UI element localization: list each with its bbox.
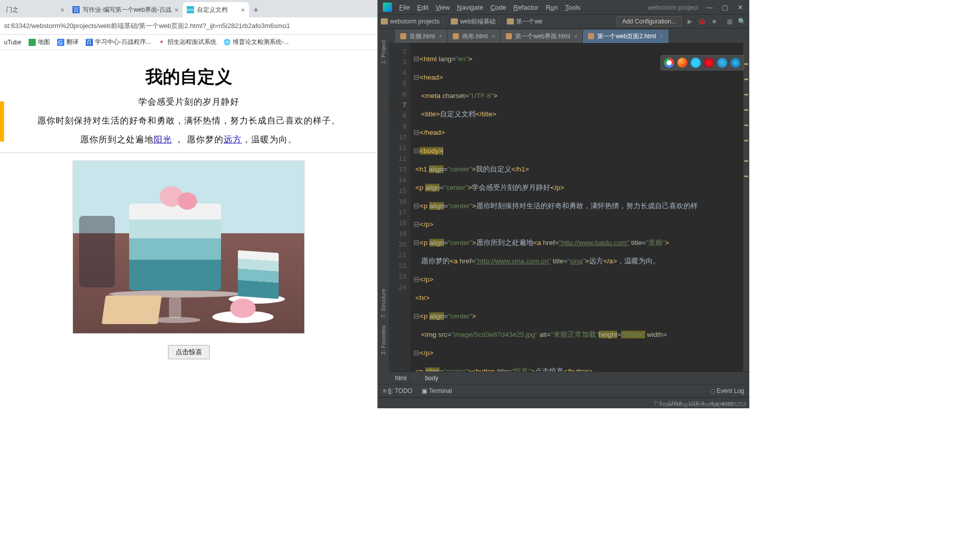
open-in-browser-toolbar xyxy=(660,55,744,70)
event-log-button[interactable]: ◌ Event Log xyxy=(710,387,744,395)
scrollbar-thumb[interactable] xyxy=(0,101,4,142)
tab-title: 自定义文档 xyxy=(197,6,228,14)
menu-edit[interactable]: Edit xyxy=(417,4,428,11)
close-icon[interactable]: × xyxy=(492,33,495,39)
bookmark[interactable]: 🌐维普论文检测系统-... xyxy=(224,38,289,46)
editor-tab[interactable]: 音频.html× xyxy=(395,30,448,43)
project-tool-button[interactable]: 1: Project xyxy=(380,40,386,64)
html-file-icon xyxy=(453,33,459,39)
html-file-icon xyxy=(588,33,594,39)
stop-icon[interactable]: ■ xyxy=(709,17,719,26)
layout-icon[interactable]: ▦ xyxy=(725,17,734,26)
chrome-icon[interactable] xyxy=(664,58,674,68)
debug-icon[interactable]: 🐞 xyxy=(697,17,706,26)
tab-title: 写作业-编写第一个web界面-百战 xyxy=(83,6,172,14)
terminal-tool-button[interactable]: ▣ Terminal xyxy=(422,387,452,395)
edge-icon[interactable] xyxy=(730,58,741,68)
folder-icon xyxy=(451,18,458,24)
safari-icon[interactable] xyxy=(691,58,701,68)
page-content: 我的自定义 学会感受片刻的岁月静好 愿你时刻保持对生活的好奇和勇敢，满怀热情，努… xyxy=(0,50,377,408)
add-configuration-button[interactable]: Add Configuration... xyxy=(617,16,682,27)
minimize-icon[interactable]: — xyxy=(705,4,714,11)
link-faraway[interactable]: 远方 xyxy=(224,135,242,144)
favorites-tool-button[interactable]: 2: Favorites xyxy=(380,325,386,354)
browser-tab[interactable]: 门之 × xyxy=(2,2,68,17)
divider xyxy=(0,153,377,153)
tab-title: 门之 xyxy=(6,6,18,14)
bookmark[interactable]: G翻译 xyxy=(57,38,79,46)
close-icon[interactable]: ✕ xyxy=(736,4,744,11)
browser-tab[interactable]: 百 写作业-编写第一个web界面-百战 × xyxy=(68,2,183,17)
editor-tab[interactable]: 第一个web界面.html× xyxy=(501,30,583,43)
bookmark[interactable]: ✦招生远程面试系统 xyxy=(158,38,216,46)
bookmarks-bar: uTube 地图 G翻译 百学习中心-百战程序... ✦招生远程面试系统 🌐维普… xyxy=(0,35,377,50)
close-icon[interactable]: × xyxy=(175,6,179,14)
menu-view[interactable]: View xyxy=(435,4,450,11)
close-icon[interactable]: × xyxy=(60,6,64,14)
close-icon[interactable]: × xyxy=(439,33,442,39)
editor-breadcrumb-bar: html 〉 body xyxy=(389,372,749,384)
browser-tabstrip: 门之 × 百 写作业-编写第一个web界面-百战 × WS 自定义文档 × + xyxy=(0,0,377,17)
favicon-icon: 百 xyxy=(72,6,80,13)
bookmark[interactable]: 百学习中心-百战程序... xyxy=(86,38,151,46)
folder-icon xyxy=(507,18,514,24)
ide-menubar: File Edit View Navigate Code Refactor Ru… xyxy=(378,0,749,14)
menu-run[interactable]: Run xyxy=(546,4,558,11)
page-paragraph: 愿你时刻保持对生活的好奇和勇敢，满怀热情，努力长成自己喜欢的样子。 xyxy=(0,115,377,127)
cake-image xyxy=(72,160,305,334)
menu-navigate[interactable]: Navigate xyxy=(457,4,483,11)
browser-window: 门之 × 百 写作业-编写第一个web界面-百战 × WS 自定义文档 × + … xyxy=(0,0,378,408)
menu-refactor[interactable]: Refactor xyxy=(513,4,538,11)
editor-tab-active[interactable]: 第一个web页面2.html× xyxy=(583,30,669,43)
favicon-icon: WS xyxy=(187,6,194,13)
close-icon[interactable]: × xyxy=(660,33,663,39)
address-bar[interactable]: st:63342/webstorm%20projects/web前端基础/第一个… xyxy=(0,17,377,35)
menu-code[interactable]: Code xyxy=(491,4,506,11)
folder-icon xyxy=(381,18,388,24)
breadcrumb[interactable]: web前端基础〉 xyxy=(451,17,504,26)
map-icon xyxy=(29,39,36,46)
opera-icon[interactable] xyxy=(704,58,714,68)
bookmark[interactable]: 地图 xyxy=(29,38,50,46)
maximize-icon[interactable]: ▢ xyxy=(721,4,729,11)
menu-tools[interactable]: Tools xyxy=(565,4,580,11)
link-sunshine[interactable]: 阳光 xyxy=(154,135,172,144)
editor-tabs: 音频.html× 画布.html× 第一个web界面.html× 第一个web页… xyxy=(389,29,749,43)
site-icon: 百 xyxy=(86,39,93,46)
ide-window: File Edit View Navigate Code Refactor Ru… xyxy=(378,0,749,408)
ide-status-bar: 7:7 CRLF UTF-8 4 spaces https://blog.csd… xyxy=(378,397,749,408)
watermark-text: https://blog.csdn.net/qq_41026253 xyxy=(660,401,746,407)
bookmark[interactable]: uTube xyxy=(4,39,21,46)
globe-icon: 🌐 xyxy=(224,39,231,46)
site-icon: ✦ xyxy=(158,39,165,46)
run-icon[interactable]: ▶ xyxy=(685,17,694,26)
project-name: webstorm project xyxy=(648,4,698,11)
code-area[interactable]: ⊟<html lang="en"> ⊟<head> <meta charset=… xyxy=(410,43,749,372)
editor-marker-bar[interactable] xyxy=(743,43,749,372)
firefox-icon[interactable] xyxy=(677,58,688,68)
page-paragraph: 学会感受片刻的岁月静好 xyxy=(0,96,377,108)
html-file-icon xyxy=(400,33,406,39)
breadcrumb[interactable]: 第一个we xyxy=(507,17,542,26)
search-icon[interactable]: 🔍 xyxy=(737,17,746,26)
structure-tool-button[interactable]: 7: Structure xyxy=(380,289,386,318)
breadcrumb-node[interactable]: html xyxy=(395,375,407,382)
breadcrumb[interactable]: webstorm projects〉 xyxy=(381,17,448,26)
todo-tool-button[interactable]: ≡ 6: TODO xyxy=(383,387,412,395)
tool-gutter-left: 1: Project 7: Structure 2: Favorites xyxy=(378,29,389,384)
surprise-button[interactable]: 点击惊喜 xyxy=(168,345,210,359)
page-heading: 我的自定义 xyxy=(0,65,377,89)
editor-tab[interactable]: 画布.html× xyxy=(448,30,500,43)
breadcrumb-node[interactable]: body xyxy=(425,375,438,382)
browser-tab-active[interactable]: WS 自定义文档 × xyxy=(183,2,249,17)
ide-navbar: webstorm projects〉 web前端基础〉 第一个we Add Co… xyxy=(378,14,749,29)
code-editor[interactable]: 23456 7 89101112131415161718192021222324… xyxy=(389,43,749,372)
text-caret xyxy=(443,147,443,155)
menu-file[interactable]: File xyxy=(399,4,410,11)
ie-icon[interactable] xyxy=(717,58,727,68)
close-icon[interactable]: × xyxy=(241,6,245,14)
translate-icon: G xyxy=(57,39,64,46)
new-tab-button[interactable]: + xyxy=(249,3,263,17)
close-icon[interactable]: × xyxy=(574,33,577,39)
page-paragraph: 愿你所到之处遍地阳光 ， 愿你梦的远方，温暖为向。 xyxy=(0,134,377,145)
